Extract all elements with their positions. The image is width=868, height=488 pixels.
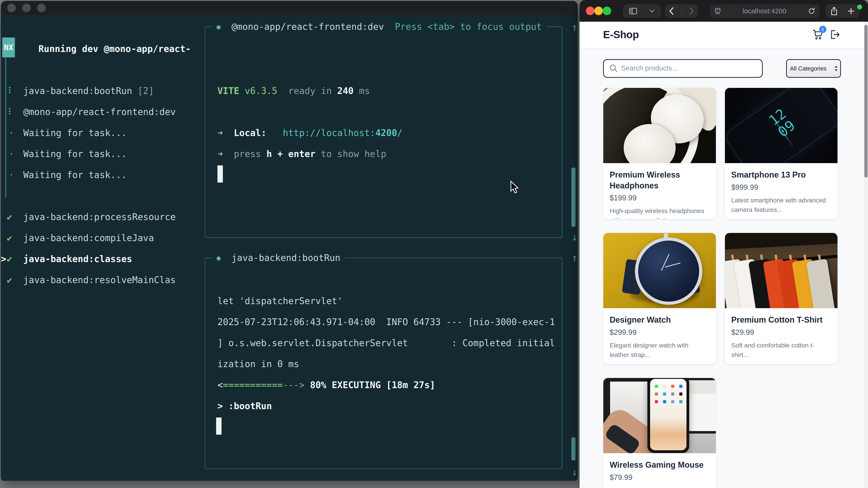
task-label: java-backend:resolveMainClas (23, 273, 176, 287)
decor (650, 379, 686, 450)
scroll-down-icon[interactable]: ↓ (568, 466, 578, 478)
terminal-window: NX Running dev @mono-app/react- ⠇java-ba… (1, 1, 578, 481)
decor (725, 233, 837, 250)
category-selected-value: All Categories (790, 65, 834, 72)
task-label: java-backend:classes (23, 252, 132, 266)
pane1-scrollbar-thumb[interactable] (571, 168, 576, 227)
product-card[interactable]: Wireless Gaming Mouse $79.99 High-perfor… (603, 378, 716, 488)
log-line: ] o.s.web.servlet.DispatcherServlet : Co… (217, 336, 555, 350)
address-bar[interactable]: localhost:4200 (710, 4, 819, 18)
divider (681, 7, 682, 15)
product-price: $29.99 (731, 328, 831, 337)
pane-react-frontend-title: ● @mono-app/react-frontend:dev Press <ta… (213, 20, 546, 34)
pending-dot-icon: · (8, 126, 14, 140)
logout-icon (830, 29, 840, 40)
decor (655, 385, 658, 388)
task-label: Waiting for task... (23, 147, 127, 161)
minimize-icon[interactable] (22, 4, 31, 12)
logout-button[interactable] (828, 28, 841, 41)
select-arrows-icon (834, 66, 838, 71)
back-icon[interactable] (669, 7, 674, 15)
close-icon[interactable] (586, 6, 594, 15)
task-label: java-backend:bootRun [2] (23, 84, 154, 98)
product-price: $199.99 (610, 194, 710, 202)
spinner-icon: ⠇ (8, 84, 14, 98)
pane-title-text: java-backend:bootRun (231, 253, 340, 263)
brand-title: E-Shop (603, 29, 639, 41)
decor (664, 233, 668, 239)
pending-dot-icon: · (8, 168, 14, 182)
chevron-down-icon[interactable] (649, 9, 655, 13)
product-card[interactable]: 1209 Smartphone 13 Pro $999.99 Latest sm… (725, 88, 838, 219)
check-icon: ✔ (7, 252, 12, 266)
terminal-body: NX Running dev @mono-app/react- ⠇java-ba… (1, 15, 578, 481)
terminal-cursor (217, 165, 223, 183)
reload-icon[interactable] (808, 7, 815, 15)
pane-title-text: @mono-app/react-frontend:dev (231, 22, 384, 32)
search-input[interactable] (620, 61, 757, 76)
page-scrollbar-thumb[interactable] (864, 25, 868, 177)
product-description: High-quality wireless headphones with no… (610, 206, 710, 219)
product-card[interactable]: Premium Cotton T-Shirt $29.99 Soft and c… (725, 233, 838, 364)
search-row: All Categories (603, 59, 841, 77)
share-icon[interactable] (831, 7, 838, 15)
task-label: Waiting for task... (23, 126, 127, 140)
pager-prev-icon[interactable]: ← (7, 476, 12, 481)
safari-toolbar: localhost:4200 (580, 0, 868, 22)
terminal-titlebar[interactable] (1, 1, 578, 15)
vite-local-line: ➜ Local: http://localhost:4200/ (217, 126, 403, 140)
product-info: Premium Cotton T-Shirt $29.99 Soft and c… (725, 308, 837, 364)
eshop-header: E-Shop 1 (580, 22, 864, 49)
terminal-run-title: Running dev @mono-app/react- (38, 42, 191, 56)
focus-hint: Press <tab> to focus output (395, 22, 542, 32)
forward-icon[interactable] (689, 7, 694, 15)
vite-help-line: ➜ press h + enter to show help (217, 147, 386, 161)
safari-window: localhost:4200 E-Shop 1 (580, 0, 868, 488)
task-label: java-backend:compileJava (23, 231, 154, 245)
zoom-icon[interactable] (602, 6, 611, 15)
sidebar-icon[interactable] (629, 8, 637, 14)
product-name: Designer Watch (610, 315, 710, 325)
product-description: High-performance wireless gaming mouse..… (610, 486, 710, 488)
product-card[interactable]: Premium Wireless Headphones $199.99 High… (603, 88, 716, 219)
desktop: NX Running dev @mono-app/react- ⠇java-ba… (0, 0, 868, 488)
close-icon[interactable] (7, 4, 16, 12)
check-icon: ✔ (7, 210, 12, 224)
task-label: java-backend:processResource (23, 210, 176, 224)
product-price: $79.99 (610, 473, 710, 482)
product-price: $999.99 (731, 183, 831, 192)
product-info: Wireless Gaming Mouse $79.99 High-perfor… (603, 453, 716, 488)
minimize-icon[interactable] (594, 6, 603, 15)
zoom-icon[interactable] (37, 4, 46, 12)
task-tree-line (5, 58, 6, 198)
nav-button-group (665, 4, 698, 18)
product-description: Elegant designer watch with leather stra… (610, 341, 710, 360)
pane-java-bootrun-title: ● java-backend:bootRun (213, 251, 344, 265)
gradle-progress-line: <===========---> 80% EXECUTING [18m 27s] (217, 378, 435, 392)
local-url-link[interactable]: http://localhost:4200/ (283, 128, 403, 138)
scroll-down-icon[interactable]: ↓ (568, 231, 578, 243)
task-label: @mono-app/react-frontend:dev (23, 105, 176, 119)
page-scrollbar[interactable] (864, 22, 868, 488)
product-name: Premium Cotton T-Shirt (731, 315, 831, 325)
scroll-up-icon[interactable]: ↑ (568, 252, 578, 264)
task-running-icon: ● (217, 23, 221, 31)
scroll-up-icon[interactable]: ↑ (568, 21, 578, 33)
vite-ready-line: VITE v6.3.5 ready in 240 ms (217, 84, 370, 98)
cart-button[interactable]: 1 (811, 28, 824, 41)
sidebar-button-group (623, 4, 661, 18)
mouse-cursor (509, 181, 521, 194)
new-tab-icon[interactable] (848, 8, 855, 14)
log-line: ization in 0 ms (217, 357, 299, 371)
pending-dot-icon: · (8, 147, 14, 161)
product-image-smartphone: 1209 (725, 88, 837, 163)
page-settings-icon[interactable] (715, 8, 721, 14)
bootrun-task-line: > :bootRun (217, 399, 272, 413)
spinner-icon: ⠇ (8, 105, 14, 119)
product-name: Wireless Gaming Mouse (610, 459, 710, 470)
pane2-scrollbar-thumb[interactable] (571, 437, 576, 460)
product-card[interactable]: Designer Watch $299.99 Elegant designer … (603, 233, 716, 364)
product-name: Premium Wireless Headphones (610, 169, 710, 191)
selected-pointer-icon: > (1, 252, 6, 266)
category-select[interactable]: All Categories (786, 59, 841, 78)
